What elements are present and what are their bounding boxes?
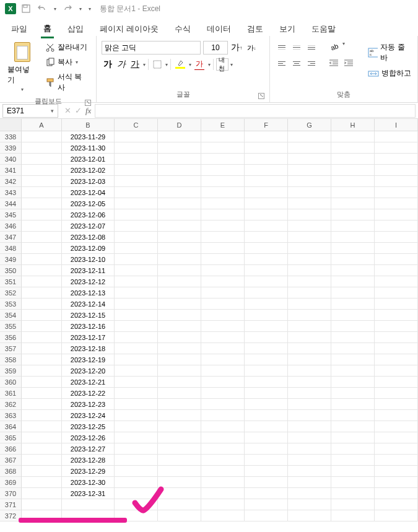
cell[interactable] (288, 265, 331, 276)
cell[interactable] (375, 343, 418, 354)
cell[interactable]: 2023-12-31 (62, 488, 115, 499)
cell[interactable] (288, 499, 331, 510)
cell[interactable] (201, 187, 245, 198)
increase-indent-button[interactable] (342, 57, 355, 69)
cell[interactable] (288, 321, 331, 332)
cell[interactable] (62, 510, 115, 521)
cell[interactable] (331, 265, 375, 276)
cell[interactable] (115, 176, 158, 187)
underline-chevron-icon[interactable]: ▾ (143, 62, 146, 68)
merge-button[interactable]: 병합하고 (367, 67, 412, 80)
cell[interactable] (22, 243, 62, 254)
cell[interactable] (158, 455, 201, 466)
cell[interactable] (201, 510, 245, 521)
cell[interactable] (158, 276, 201, 287)
cell[interactable] (22, 388, 62, 399)
cell[interactable] (158, 254, 201, 265)
cell[interactable] (375, 142, 418, 154)
cell[interactable]: 2023-12-20 (62, 365, 115, 377)
cell[interactable] (375, 365, 418, 377)
row-header[interactable]: 358 (0, 354, 22, 365)
cell[interactable] (22, 365, 62, 377)
cell[interactable]: 2023-12-05 (62, 198, 115, 209)
row-header[interactable]: 365 (0, 432, 22, 443)
cell[interactable] (288, 254, 331, 265)
cell[interactable] (201, 209, 245, 220)
cell[interactable] (115, 410, 158, 421)
border-button[interactable] (151, 58, 163, 71)
cell[interactable] (201, 365, 245, 377)
cell[interactable] (245, 131, 288, 142)
cell[interactable] (201, 254, 245, 265)
cell[interactable] (22, 254, 62, 265)
align-middle-button[interactable] (290, 41, 303, 53)
cell[interactable] (158, 187, 201, 198)
cell[interactable]: 2023-12-07 (62, 220, 115, 232)
cell[interactable] (22, 209, 62, 220)
cell[interactable] (158, 477, 201, 488)
cell[interactable] (115, 332, 158, 343)
cell[interactable] (22, 299, 62, 310)
cell[interactable] (245, 142, 288, 154)
cell[interactable] (201, 466, 245, 477)
cell[interactable] (22, 421, 62, 432)
cell[interactable] (331, 243, 375, 254)
cell[interactable] (245, 510, 288, 521)
cell[interactable] (201, 321, 245, 332)
cell[interactable]: 2023-12-26 (62, 432, 115, 443)
cell[interactable] (288, 421, 331, 432)
row-header[interactable]: 349 (0, 254, 22, 265)
italic-button[interactable]: 가 (115, 58, 128, 71)
cell[interactable] (115, 343, 158, 354)
cell[interactable] (288, 232, 331, 243)
row-header[interactable]: 345 (0, 209, 22, 220)
cell[interactable] (375, 232, 418, 243)
row-header[interactable]: 357 (0, 343, 22, 354)
cell[interactable]: 2023-12-30 (62, 477, 115, 488)
cell[interactable] (331, 421, 375, 432)
cell[interactable] (158, 209, 201, 220)
cell[interactable] (158, 142, 201, 154)
cell[interactable] (115, 276, 158, 287)
cell[interactable] (288, 488, 331, 499)
tab-insert[interactable]: 삽입 (65, 21, 86, 37)
cell[interactable] (375, 421, 418, 432)
cell[interactable]: 2023-12-18 (62, 343, 115, 354)
cell[interactable] (158, 410, 201, 421)
cell[interactable] (245, 388, 288, 399)
cell[interactable] (375, 488, 418, 499)
tab-formulas[interactable]: 수식 (172, 21, 193, 37)
cell[interactable] (331, 142, 375, 154)
cell[interactable] (158, 321, 201, 332)
copy-chevron-icon[interactable]: ▾ (76, 59, 78, 65)
cell[interactable] (158, 131, 201, 142)
cut-button[interactable]: 잘라내기 (43, 41, 91, 54)
tab-data[interactable]: 데이터 (204, 21, 233, 37)
cell[interactable] (115, 299, 158, 310)
cell[interactable] (245, 443, 288, 455)
cell[interactable] (331, 332, 375, 343)
cell[interactable] (375, 354, 418, 365)
cell[interactable] (22, 510, 62, 521)
cell[interactable] (245, 310, 288, 321)
cell[interactable] (158, 377, 201, 388)
cell[interactable] (115, 154, 158, 165)
decrease-indent-button[interactable] (327, 57, 341, 69)
cell[interactable] (115, 243, 158, 254)
cell[interactable] (22, 477, 62, 488)
cell[interactable] (201, 131, 245, 142)
cell[interactable] (288, 466, 331, 477)
cell[interactable] (22, 198, 62, 209)
cell[interactable] (201, 265, 245, 276)
cell[interactable] (22, 265, 62, 276)
row-header[interactable]: 370 (0, 488, 22, 499)
cell[interactable] (288, 299, 331, 310)
cell[interactable] (115, 142, 158, 154)
cell[interactable]: 2023-12-14 (62, 299, 115, 310)
clipboard-launcher-icon[interactable]: ⤡ (85, 100, 91, 106)
cell[interactable] (375, 131, 418, 142)
cell[interactable]: 2023-12-25 (62, 421, 115, 432)
row-header[interactable]: 348 (0, 243, 22, 254)
cell[interactable] (201, 287, 245, 299)
cell[interactable] (22, 499, 62, 510)
